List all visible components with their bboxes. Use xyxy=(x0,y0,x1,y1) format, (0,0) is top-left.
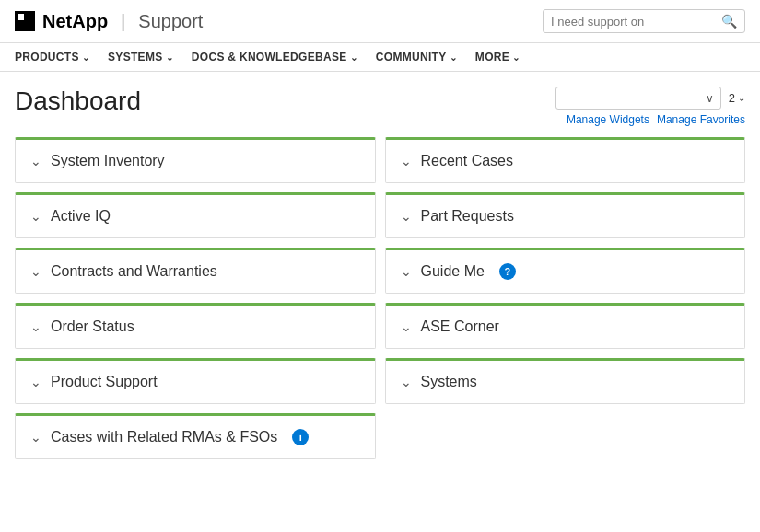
search-button[interactable]: 🔍 xyxy=(721,14,737,29)
widget-card-order-status[interactable]: ⌄ Order Status xyxy=(15,303,376,349)
widget-label: ASE Corner xyxy=(421,318,499,335)
widget-label: Part Requests xyxy=(421,208,514,225)
header: NetApp | Support 🔍 xyxy=(0,0,760,43)
widget-card-part-requests[interactable]: ⌄ Part Requests xyxy=(385,192,746,238)
svg-rect-1 xyxy=(18,14,24,20)
main-nav: PRODUCTS ⌄ SYSTEMS ⌄ DOCS & KNOWLEDGEBAS… xyxy=(0,43,760,72)
chevron-down-icon: ⌄ xyxy=(401,375,412,389)
widget-label: Cases with Related RMAs & FSOs xyxy=(51,429,277,445)
chevron-down-icon: ⌄ xyxy=(30,209,41,224)
dashboard-dropdown-wrapper[interactable] xyxy=(555,87,721,110)
chevron-down-icon: ⌄ xyxy=(166,52,173,63)
widget-card-system-inventory[interactable]: ⌄ System Inventory xyxy=(15,137,376,183)
widget-label: Contracts and Warranties xyxy=(51,263,217,280)
page-number: 2 ⌄ xyxy=(729,91,745,105)
dashboard-controls: 2 ⌄ Manage Widgets Manage Favorites xyxy=(555,87,745,126)
logo-brand-text: NetApp xyxy=(42,11,108,32)
netapp-logo-icon xyxy=(15,11,35,31)
dashboard-top-row: 2 ⌄ xyxy=(555,87,745,110)
widget-card-systems[interactable]: ⌄ Systems xyxy=(385,358,746,404)
dashboard-container: Dashboard 2 ⌄ Manage Widgets Manage Favo… xyxy=(0,72,760,459)
nav-item-systems[interactable]: SYSTEMS ⌄ xyxy=(108,51,173,64)
search-bar[interactable]: 🔍 xyxy=(543,9,745,33)
nav-item-docs[interactable]: DOCS & KNOWLEDGEBASE ⌄ xyxy=(192,51,357,64)
chevron-down-icon: ⌄ xyxy=(350,52,357,63)
page-title: Dashboard xyxy=(15,87,141,116)
widget-card-contracts-warranties[interactable]: ⌄ Contracts and Warranties xyxy=(15,248,376,294)
chevron-down-icon: ⌄ xyxy=(82,52,89,63)
chevron-down-icon: ⌄ xyxy=(30,264,41,279)
dashboard-header: Dashboard 2 ⌄ Manage Widgets Manage Favo… xyxy=(15,87,745,126)
chevron-down-icon: ⌄ xyxy=(450,52,457,63)
nav-item-more[interactable]: MORE ⌄ xyxy=(475,51,520,64)
widget-label: Recent Cases xyxy=(421,153,514,169)
manage-widgets-link[interactable]: Manage Widgets xyxy=(567,113,649,126)
widget-label: Order Status xyxy=(51,318,134,335)
widget-card-active-iq[interactable]: ⌄ Active IQ xyxy=(15,192,376,238)
widget-label: System Inventory xyxy=(51,153,165,169)
chevron-down-icon: ⌄ xyxy=(401,154,412,168)
chevron-down-icon: ⌄ xyxy=(401,319,412,334)
chevron-down-icon: ⌄ xyxy=(512,52,520,63)
nav-item-community[interactable]: COMMUNITY ⌄ xyxy=(376,51,457,64)
widget-card-cases-rmas[interactable]: ⌄ Cases with Related RMAs & FSOs i xyxy=(15,413,376,459)
widget-grid: ⌄ System Inventory ⌄ Recent Cases ⌄ Acti… xyxy=(15,137,745,459)
chevron-down-icon: ⌄ xyxy=(30,319,41,334)
widget-label: Active IQ xyxy=(51,208,111,225)
manage-favorites-link[interactable]: Manage Favorites xyxy=(657,113,745,126)
nav-item-products[interactable]: PRODUCTS ⌄ xyxy=(15,51,89,64)
widget-card-ase-corner[interactable]: ⌄ ASE Corner xyxy=(385,303,746,349)
widget-label: Guide Me xyxy=(421,263,485,280)
info-badge: i xyxy=(292,429,309,445)
widget-card-guide-me[interactable]: ⌄ Guide Me ? xyxy=(385,248,746,294)
chevron-down-icon: ⌄ xyxy=(738,93,745,103)
chevron-down-icon: ⌄ xyxy=(30,154,41,168)
search-input[interactable] xyxy=(551,15,721,29)
dashboard-dropdown[interactable] xyxy=(555,87,721,110)
chevron-down-icon: ⌄ xyxy=(401,264,412,279)
logo-area: NetApp | Support xyxy=(15,11,203,32)
chevron-down-icon: ⌄ xyxy=(30,430,41,445)
widget-label: Systems xyxy=(421,374,477,390)
widget-card-recent-cases[interactable]: ⌄ Recent Cases xyxy=(385,137,746,183)
widget-label: Product Support xyxy=(51,374,158,390)
logo-separator: | xyxy=(121,11,125,32)
help-badge: ? xyxy=(499,263,516,280)
chevron-down-icon: ⌄ xyxy=(401,209,412,224)
widget-card-product-support[interactable]: ⌄ Product Support xyxy=(15,358,376,404)
manage-links: Manage Widgets Manage Favorites xyxy=(567,113,745,126)
logo-support-text: Support xyxy=(138,11,203,32)
chevron-down-icon: ⌄ xyxy=(30,375,41,389)
